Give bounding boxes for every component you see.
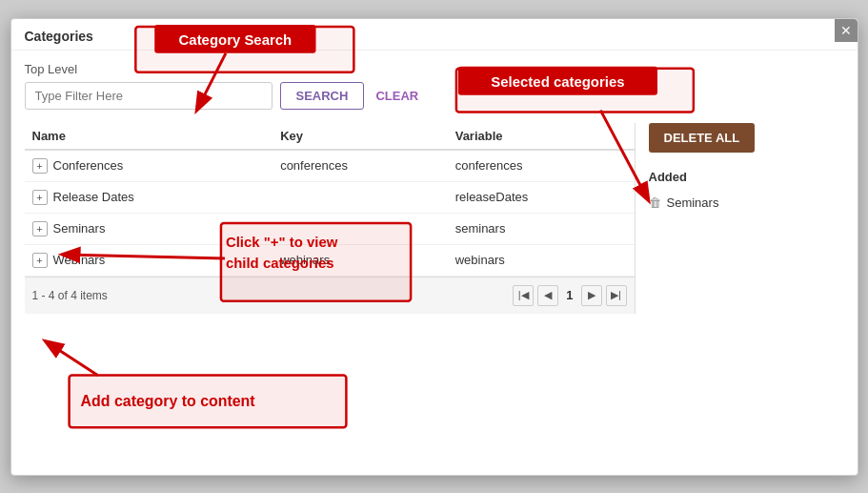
page-last-button[interactable]: ▶| (606, 285, 627, 306)
svg-text:Add category to content: Add category to content (80, 393, 255, 409)
categories-table: Name Key Variable + Conferences conferen… (25, 123, 635, 277)
table-row: + Release Dates releaseDates (25, 181, 635, 213)
expand-icon[interactable]: + (32, 190, 48, 205)
row-variable-cell: conferences (448, 150, 635, 182)
filter-input[interactable] (25, 82, 273, 110)
row-key-cell (273, 181, 448, 213)
trash-icon[interactable]: 🗑 (649, 195, 661, 210)
page-prev-button[interactable]: ◀ (537, 285, 558, 306)
row-variable-cell: seminars (448, 213, 635, 244)
left-panel: Name Key Variable + Conferences conferen… (25, 123, 635, 314)
svg-rect-12 (69, 375, 346, 427)
page-first-button[interactable]: |◀ (513, 285, 534, 306)
delete-all-button[interactable]: DELETE ALL (649, 123, 756, 153)
search-button[interactable]: SEARCH (280, 82, 365, 110)
row-name-cell: + Release Dates (25, 181, 273, 213)
row-name-cell: + Seminars (25, 213, 273, 244)
expand-icon[interactable]: + (32, 253, 48, 268)
table-row: + Webinars webinars webinars (25, 244, 635, 276)
row-key-cell (273, 213, 448, 244)
expand-icon[interactable]: + (32, 158, 48, 174)
pagination-controls: |◀ ◀ 1 ▶ ▶| (513, 285, 626, 306)
row-variable-cell: webinars (448, 244, 635, 276)
row-name: Webinars (53, 253, 106, 267)
svg-line-14 (46, 341, 97, 375)
row-name: Seminars (53, 221, 106, 236)
close-button[interactable]: ✕ (835, 19, 858, 42)
table-row: + Seminars seminars (25, 213, 635, 244)
clear-button[interactable]: CLEAR (372, 83, 422, 109)
table-row: + Conferences conferences conferences (25, 150, 635, 182)
page-current: 1 (562, 288, 576, 302)
modal-title: Categories (11, 19, 858, 51)
col-variable: Variable (448, 123, 635, 150)
pagination-row: 1 - 4 of 4 items |◀ ◀ 1 ▶ ▶| (25, 277, 635, 314)
col-key: Key (273, 123, 448, 150)
row-key-cell: conferences (273, 150, 448, 182)
selected-items-list: 🗑 Seminars (649, 192, 844, 214)
content-area: Name Key Variable + Conferences conferen… (25, 123, 844, 314)
row-variable-cell: releaseDates (448, 181, 635, 213)
search-row: SEARCH CLEAR (25, 82, 844, 110)
right-panel: DELETE ALL Added 🗑 Seminars (635, 123, 844, 314)
selected-item-name: Seminars (667, 195, 719, 210)
added-col-header: Added (649, 170, 844, 184)
top-level-label: Top Level (25, 62, 844, 76)
selected-item: 🗑 Seminars (649, 192, 844, 214)
col-name: Name (25, 123, 273, 150)
page-next-button[interactable]: ▶ (581, 285, 602, 306)
row-name-cell: + Conferences (25, 150, 273, 182)
expand-icon[interactable]: + (32, 221, 48, 236)
pagination-summary: 1 - 4 of 4 items (32, 289, 108, 302)
row-name: Release Dates (53, 190, 134, 204)
row-key-cell: webinars (273, 244, 448, 276)
row-name: Conferences (53, 158, 124, 173)
row-name-cell: + Webinars (25, 244, 273, 276)
